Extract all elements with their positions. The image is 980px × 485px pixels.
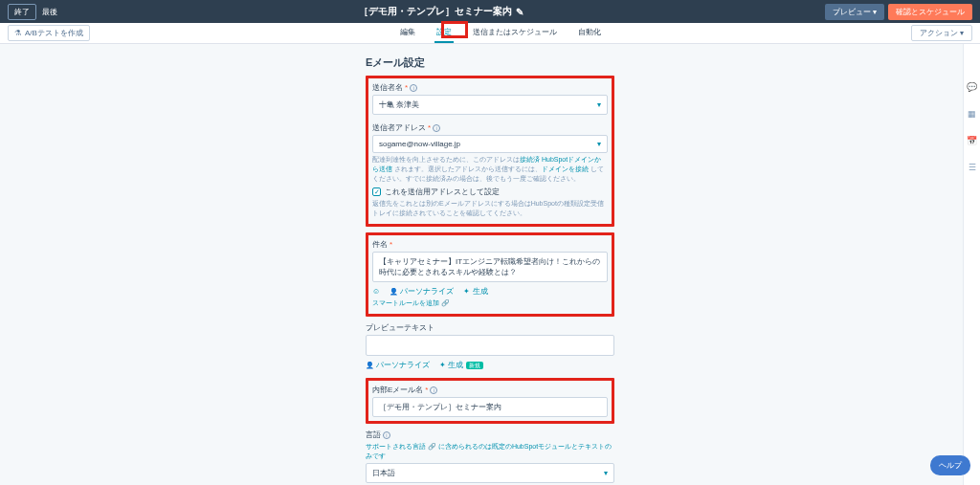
- reply-address-checkbox[interactable]: ✓: [372, 187, 381, 196]
- tab-edit[interactable]: 編集: [398, 23, 417, 43]
- chevron-down-icon: ▾: [597, 100, 601, 109]
- language-select[interactable]: 日本語▾: [366, 463, 614, 483]
- annotation-box-subject: 件名* 【キャリアセミナー】ITエンジニア転職希望者向け！これからの時代に必要と…: [366, 232, 614, 317]
- top-bar: 終了 最後 ［デモ用・テンプレ］セミナー案内 ✎ プレビュー ▾ 確認とスケジュ…: [0, 0, 980, 23]
- from-address-select[interactable]: sogame@now-village.jp▾: [372, 135, 608, 153]
- annotation-box-internal: 内部Eメール名*i ［デモ用・テンプレ］セミナー案内: [366, 378, 614, 424]
- breadcrumb: 最後: [42, 7, 57, 17]
- personalize-link[interactable]: 👤 パーソナライズ: [390, 286, 454, 297]
- list-icon[interactable]: ☰: [968, 163, 977, 172]
- side-rail: 💬 ▦ 📅 ☰: [963, 44, 980, 485]
- chevron-down-icon: ▾: [604, 469, 608, 477]
- tab-automation[interactable]: 自動化: [576, 23, 603, 43]
- tab-send[interactable]: 送信またはスケジュール: [471, 23, 559, 43]
- comment-icon[interactable]: 💬: [968, 82, 977, 92]
- beaker-icon: ⚗: [14, 29, 21, 37]
- annotation-box-sender: 送信者名*i 十亀 奈津美▾ 送信者アドレス*i sogame@now-vill…: [366, 76, 614, 227]
- info-icon: i: [433, 124, 440, 132]
- help-fab[interactable]: ヘルプ: [930, 455, 970, 475]
- info-icon: i: [410, 84, 417, 92]
- from-address-help: 配達到達性を向上させるために、このアドレスは接続済 HubSpotドメインから送…: [372, 155, 608, 183]
- generate-link[interactable]: ✦ 生成 新規: [439, 360, 482, 370]
- smart-rules-link[interactable]: スマートルールを追加 🔗: [372, 299, 450, 306]
- grid-icon[interactable]: ▦: [968, 109, 977, 119]
- language-help: サポートされる言語 🔗 に含められるのは既定のHubSpotモジュールとテキスト…: [366, 442, 614, 461]
- generate-link[interactable]: ✦ 生成: [463, 286, 487, 297]
- connect-domain-link[interactable]: ドメインを接続: [542, 165, 589, 172]
- emoji-icon[interactable]: ☺: [372, 287, 380, 296]
- sub-bar: ⚗ A/Bテストを作成 編集 設定 送信またはスケジュール 自動化 アクション …: [0, 23, 980, 44]
- actions-dropdown[interactable]: アクション ▾: [911, 25, 972, 41]
- ab-test-button[interactable]: ⚗ A/Bテストを作成: [8, 25, 90, 41]
- main-content: Eメール設定 送信者名*i 十亀 奈津美▾ 送信者アドレス*i sogame@n…: [0, 44, 980, 485]
- info-icon: i: [383, 431, 390, 439]
- exit-button[interactable]: 終了: [8, 4, 36, 20]
- tab-settings[interactable]: 設定: [434, 23, 454, 43]
- preview-text-input[interactable]: [366, 335, 614, 356]
- reply-address-label: これを送信用アドレスとして設定: [385, 187, 500, 197]
- edit-title-icon[interactable]: ✎: [516, 7, 523, 17]
- from-name-select[interactable]: 十亀 奈津美▾: [372, 95, 608, 115]
- chevron-down-icon: ▾: [597, 140, 601, 148]
- personalize-link[interactable]: 👤 パーソナライズ: [366, 360, 430, 370]
- page-title: ［デモ用・テンプレ］セミナー案内 ✎: [65, 5, 817, 18]
- new-badge: 新規: [466, 362, 483, 369]
- reply-address-help: 返信先をこれとは別のEメールアドレスにする場合はHubSpotの種類設定受信トレ…: [372, 199, 608, 218]
- calendar-icon[interactable]: 📅: [968, 136, 977, 145]
- subject-input[interactable]: 【キャリアセミナー】ITエンジニア転職希望者向け！これからの時代に必要とされるス…: [372, 252, 608, 282]
- tabs: 編集 設定 送信またはスケジュール 自動化: [90, 23, 911, 43]
- info-icon: i: [430, 386, 437, 394]
- preview-button[interactable]: プレビュー ▾: [825, 4, 884, 20]
- publish-schedule-button[interactable]: 確認とスケジュール: [888, 4, 972, 20]
- section-title: Eメール設定: [366, 55, 614, 70]
- internal-name-input[interactable]: ［デモ用・テンプレ］セミナー案内: [372, 397, 608, 417]
